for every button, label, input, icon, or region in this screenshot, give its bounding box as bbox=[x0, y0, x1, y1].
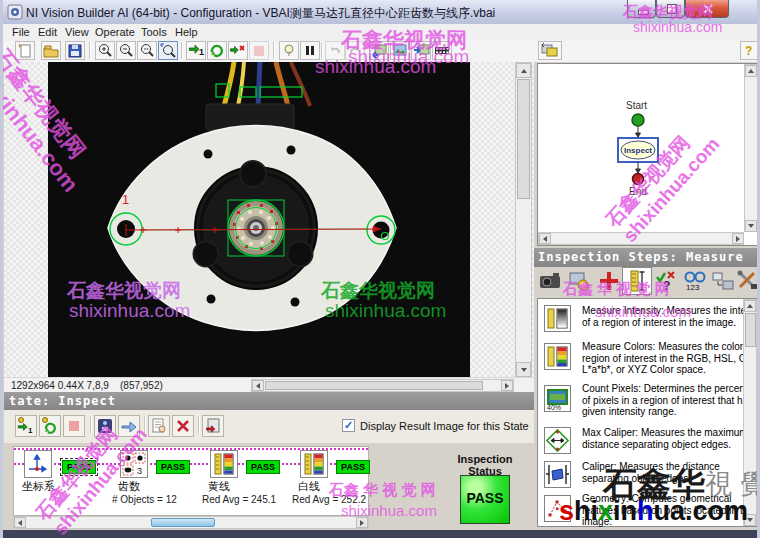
state-stop-button[interactable] bbox=[63, 415, 85, 437]
step-icon-yellow-line[interactable] bbox=[210, 450, 238, 478]
step-pass-badge[interactable]: PASS bbox=[62, 460, 96, 474]
palette-measure-tab[interactable] bbox=[622, 267, 652, 295]
run-once-button[interactable]: 1 bbox=[186, 41, 206, 60]
undo-icon bbox=[326, 42, 344, 59]
select-state-button[interactable] bbox=[202, 415, 224, 437]
menu-help[interactable]: Help bbox=[175, 26, 198, 38]
measure-intensity-icon[interactable] bbox=[544, 305, 571, 332]
open-file-button[interactable] bbox=[41, 41, 61, 60]
state-run-loop-button[interactable] bbox=[39, 415, 61, 437]
measure-colors-icon[interactable] bbox=[544, 343, 571, 370]
image-hscrollbar[interactable] bbox=[251, 379, 514, 392]
geometry-icon[interactable] bbox=[544, 495, 571, 522]
zoom-out-icon bbox=[117, 42, 135, 59]
run-until-fail-button[interactable] bbox=[228, 41, 248, 60]
step-pass-badge[interactable]: PASS bbox=[246, 460, 280, 474]
state-diagram-button[interactable] bbox=[94, 415, 116, 437]
help-button[interactable]: ? bbox=[740, 41, 759, 60]
zoom-in-icon bbox=[96, 42, 114, 59]
edit-step-button[interactable] bbox=[148, 415, 170, 437]
run-once-number: 1 bbox=[199, 47, 204, 57]
pause-button[interactable] bbox=[300, 41, 320, 60]
count-pixels-icon[interactable]: 40% bbox=[544, 385, 571, 412]
highlight-button[interactable] bbox=[279, 41, 299, 60]
menu-view[interactable]: View bbox=[65, 26, 89, 38]
previous-image-button[interactable] bbox=[369, 41, 389, 60]
delete-icon bbox=[173, 416, 193, 436]
menu-edit[interactable]: Edit bbox=[38, 26, 57, 38]
caliper-icon[interactable] bbox=[544, 461, 571, 488]
roi-number-label: 1 bbox=[122, 192, 129, 207]
step-pass-badge[interactable]: PASS bbox=[336, 460, 370, 474]
run-loop-button[interactable] bbox=[207, 41, 227, 60]
strip-hscrollbar-thumb[interactable] bbox=[151, 518, 215, 527]
menu-file[interactable]: File bbox=[12, 26, 30, 38]
palette-tools-tab[interactable] bbox=[736, 269, 760, 297]
list-item-text[interactable]: Measure Colors: Measures the color of a … bbox=[582, 341, 760, 376]
diagram-hscrollbar[interactable] bbox=[538, 232, 744, 245]
list-item-text[interactable]: Count Pixels: Determines the percentage … bbox=[582, 383, 760, 418]
list-item-text[interactable]: Max Caliper: Measures the maximum distan… bbox=[582, 427, 760, 450]
image-hscrollbar-thumb[interactable] bbox=[265, 381, 483, 390]
image-browser-button[interactable] bbox=[390, 41, 410, 60]
step-label[interactable]: 齿数 bbox=[118, 479, 140, 494]
list-item-text[interactable]: Geometry: Computes geometrical features … bbox=[582, 493, 760, 528]
redo-icon bbox=[346, 42, 364, 59]
palette-communicate-tab[interactable] bbox=[710, 269, 736, 297]
max-caliper-icon[interactable] bbox=[544, 427, 571, 454]
step-icon-white-line[interactable] bbox=[300, 450, 328, 478]
palette-check-presence-tab[interactable]: ? bbox=[654, 269, 680, 297]
step-icon-tooth-count[interactable]: 3 bbox=[120, 450, 148, 478]
menu-operate[interactable]: Operate bbox=[95, 26, 135, 38]
step-label[interactable]: 坐标系 bbox=[22, 479, 55, 494]
cursor-position: (857,952) bbox=[120, 380, 163, 391]
palette-enhance-tab[interactable] bbox=[567, 269, 593, 297]
filmstrip-button[interactable] bbox=[432, 41, 452, 60]
locate-features-icon bbox=[596, 269, 622, 293]
state-diagram-end-label: End bbox=[629, 186, 647, 197]
list-item-text[interactable]: Caliper: Measures the distance separatin… bbox=[582, 461, 760, 484]
steps-strip: PASS 坐标系 3 PASS 齿数 # Objects = 12 PASS 黄… bbox=[13, 446, 369, 516]
zoom-out-button[interactable] bbox=[116, 41, 136, 60]
list-vscrollbar-thumb[interactable] bbox=[745, 313, 756, 347]
close-button[interactable] bbox=[685, 0, 729, 18]
step-pass-badge[interactable]: PASS bbox=[156, 460, 190, 474]
redo-button[interactable] bbox=[345, 41, 365, 60]
stop-button[interactable] bbox=[249, 41, 269, 60]
step-label[interactable]: 白线 bbox=[298, 479, 320, 494]
state-diagram-inspect-label[interactable]: Inspect bbox=[624, 146, 652, 155]
zoom-100-button[interactable] bbox=[137, 41, 157, 60]
state-run-once-number: 1 bbox=[28, 426, 33, 435]
minimize-button[interactable] bbox=[627, 0, 656, 18]
delete-step-button[interactable] bbox=[172, 415, 194, 437]
help-icon: ? bbox=[741, 42, 758, 59]
maximize-button[interactable] bbox=[656, 0, 685, 18]
image-status-bar: 1292x964 0.44X 7,8,9 (857,952) bbox=[4, 377, 534, 393]
diagram-vscrollbar[interactable] bbox=[744, 64, 758, 232]
strip-hscrollbar[interactable] bbox=[13, 516, 369, 529]
save-button[interactable] bbox=[65, 41, 85, 60]
step-icon-coordinate-system[interactable] bbox=[24, 450, 52, 478]
image-status-info: 1292x964 0.44X 7,8,9 bbox=[11, 380, 109, 391]
inspection-status-value: PASS bbox=[460, 475, 510, 524]
display-result-checkbox[interactable]: ✓ bbox=[342, 419, 355, 432]
list-vscrollbar[interactable] bbox=[743, 299, 757, 526]
image-vscrollbar-thumb[interactable] bbox=[517, 79, 530, 199]
palette-identify-tab[interactable]: 123 bbox=[682, 269, 708, 297]
state-diagram-view[interactable]: Start Inspect End bbox=[537, 63, 759, 246]
palette-locate-tab[interactable] bbox=[596, 269, 622, 297]
state-run-once-button[interactable]: 1 bbox=[15, 415, 37, 437]
state-continue-button[interactable] bbox=[118, 415, 140, 437]
menu-tools[interactable]: Tools bbox=[141, 26, 167, 38]
list-item-text[interactable]: Measure Intensity: Measures the intensit… bbox=[582, 305, 760, 328]
next-image-button[interactable] bbox=[411, 41, 431, 60]
switch-view-button[interactable] bbox=[538, 41, 562, 60]
step-label[interactable]: 黄线 bbox=[208, 479, 230, 494]
zoom-in-button[interactable] bbox=[95, 41, 115, 60]
stop-icon bbox=[254, 46, 264, 56]
new-file-button[interactable] bbox=[15, 41, 35, 60]
undo-button[interactable] bbox=[325, 41, 345, 60]
image-vscrollbar[interactable] bbox=[515, 62, 532, 377]
zoom-fit-button[interactable] bbox=[158, 41, 178, 60]
palette-acquire-tab[interactable] bbox=[538, 269, 564, 297]
